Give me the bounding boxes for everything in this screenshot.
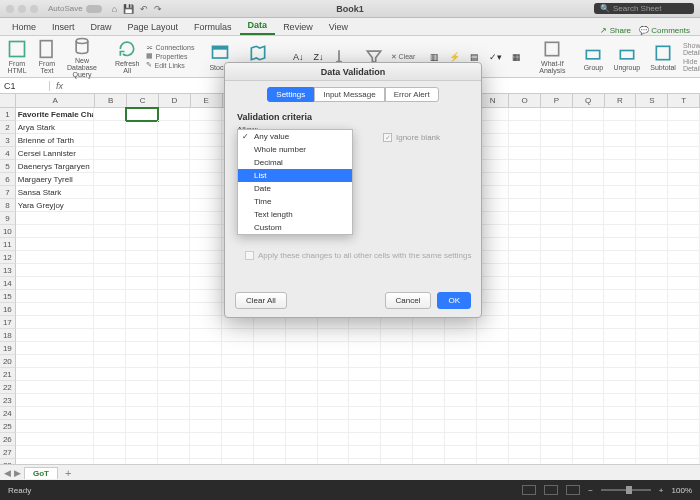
- cell[interactable]: [636, 212, 668, 225]
- cell[interactable]: [286, 446, 318, 459]
- cell[interactable]: [190, 212, 222, 225]
- cell[interactable]: [636, 368, 668, 381]
- cell[interactable]: [509, 446, 541, 459]
- cell[interactable]: [668, 251, 700, 264]
- cell[interactable]: [190, 199, 222, 212]
- cell[interactable]: [668, 368, 700, 381]
- cell[interactable]: Sansa Stark: [16, 186, 95, 199]
- cell[interactable]: [509, 108, 541, 121]
- cell[interactable]: [381, 446, 413, 459]
- cell[interactable]: [445, 420, 477, 433]
- cell[interactable]: [158, 212, 190, 225]
- cell[interactable]: [636, 355, 668, 368]
- cell[interactable]: [158, 381, 190, 394]
- cell[interactable]: [573, 381, 605, 394]
- cell[interactable]: [573, 186, 605, 199]
- cell[interactable]: [668, 160, 700, 173]
- column-header[interactable]: Q: [573, 94, 605, 107]
- row-header[interactable]: 12: [0, 251, 16, 264]
- cell[interactable]: [286, 420, 318, 433]
- cell[interactable]: [413, 355, 445, 368]
- cell[interactable]: [477, 329, 509, 342]
- cell[interactable]: [94, 329, 126, 342]
- cell[interactable]: [190, 251, 222, 264]
- cell[interactable]: [573, 394, 605, 407]
- cell[interactable]: [668, 225, 700, 238]
- cell[interactable]: [509, 212, 541, 225]
- text-to-columns-button[interactable]: ▥: [427, 52, 442, 62]
- cell[interactable]: [190, 381, 222, 394]
- cell[interactable]: [573, 108, 605, 121]
- cell[interactable]: [509, 147, 541, 160]
- row-header[interactable]: 19: [0, 342, 16, 355]
- fx-icon[interactable]: fx: [50, 81, 69, 91]
- cell[interactable]: [573, 407, 605, 420]
- cell[interactable]: [94, 225, 126, 238]
- cell[interactable]: [636, 199, 668, 212]
- zoom-in-button[interactable]: +: [659, 486, 664, 495]
- cell[interactable]: [254, 381, 286, 394]
- cell[interactable]: [477, 394, 509, 407]
- cell[interactable]: [126, 251, 158, 264]
- column-header[interactable]: B: [95, 94, 127, 107]
- cell[interactable]: [509, 290, 541, 303]
- cell[interactable]: [668, 355, 700, 368]
- cell[interactable]: [158, 329, 190, 342]
- cell[interactable]: [126, 147, 158, 160]
- cell[interactable]: [158, 238, 190, 251]
- cell[interactable]: [126, 199, 158, 212]
- cell[interactable]: Brienne of Tarth: [16, 134, 95, 147]
- cell[interactable]: [158, 160, 190, 173]
- cell[interactable]: [573, 446, 605, 459]
- row-header[interactable]: 21: [0, 368, 16, 381]
- cell[interactable]: [190, 121, 222, 134]
- cell[interactable]: [573, 355, 605, 368]
- cell[interactable]: [158, 277, 190, 290]
- cell[interactable]: [190, 238, 222, 251]
- cell[interactable]: [668, 316, 700, 329]
- allow-option[interactable]: Time: [238, 195, 352, 208]
- cell[interactable]: [94, 121, 126, 134]
- cell[interactable]: [318, 394, 350, 407]
- cell[interactable]: [318, 329, 350, 342]
- cell[interactable]: [604, 212, 636, 225]
- cell[interactable]: [413, 407, 445, 420]
- row-header[interactable]: 23: [0, 394, 16, 407]
- cell[interactable]: [126, 264, 158, 277]
- row-header[interactable]: 13: [0, 264, 16, 277]
- cell[interactable]: [413, 368, 445, 381]
- cell[interactable]: Margaery Tyrell: [16, 173, 95, 186]
- cell[interactable]: [381, 420, 413, 433]
- column-header[interactable]: C: [127, 94, 159, 107]
- cell[interactable]: [668, 407, 700, 420]
- cell[interactable]: [509, 316, 541, 329]
- sheet-nav-next[interactable]: ▶: [14, 468, 21, 478]
- cell[interactable]: [541, 225, 573, 238]
- cell[interactable]: [126, 238, 158, 251]
- cell[interactable]: [318, 355, 350, 368]
- cell[interactable]: [509, 277, 541, 290]
- cell[interactable]: [573, 147, 605, 160]
- cell[interactable]: [541, 147, 573, 160]
- cell[interactable]: [604, 420, 636, 433]
- cell[interactable]: [286, 394, 318, 407]
- cell[interactable]: [509, 407, 541, 420]
- cell[interactable]: [381, 433, 413, 446]
- undo-icon[interactable]: ↶: [140, 4, 148, 14]
- cell[interactable]: [573, 225, 605, 238]
- cell[interactable]: [573, 368, 605, 381]
- cell[interactable]: [636, 186, 668, 199]
- row-header[interactable]: 2: [0, 121, 16, 134]
- cell[interactable]: [413, 420, 445, 433]
- cell[interactable]: [477, 381, 509, 394]
- cell[interactable]: [16, 342, 95, 355]
- cell[interactable]: [445, 381, 477, 394]
- cell[interactable]: [381, 394, 413, 407]
- cell[interactable]: [16, 368, 95, 381]
- allow-dropdown[interactable]: Any valueWhole numberDecimalListDateTime…: [237, 129, 353, 235]
- cell[interactable]: [349, 342, 381, 355]
- cell[interactable]: [318, 420, 350, 433]
- cell[interactable]: [413, 329, 445, 342]
- cell[interactable]: [541, 303, 573, 316]
- cell[interactable]: [126, 433, 158, 446]
